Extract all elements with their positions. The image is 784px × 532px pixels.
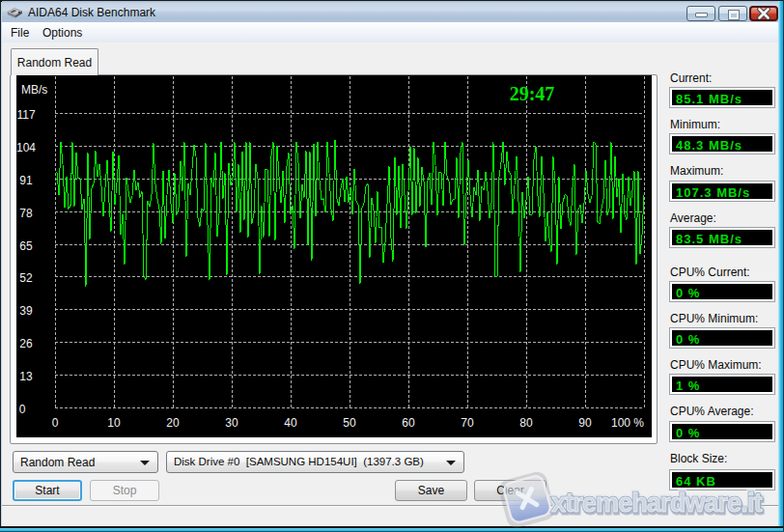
svg-text:30: 30 — [225, 416, 238, 430]
svg-text:0: 0 — [52, 416, 59, 430]
svg-text:20: 20 — [166, 416, 180, 430]
svg-text:39: 39 — [19, 304, 33, 318]
svg-text:100 %: 100 % — [611, 416, 644, 430]
svg-text:xtremehardware.it: xtremehardware.it — [551, 489, 763, 518]
svg-text:117: 117 — [16, 108, 35, 122]
svg-text:91: 91 — [19, 174, 33, 187]
svg-text:29:47: 29:47 — [510, 83, 555, 104]
svg-text:0: 0 — [19, 403, 26, 416]
svg-text:13: 13 — [19, 370, 33, 383]
svg-text:78: 78 — [19, 207, 33, 220]
svg-text:26: 26 — [19, 337, 33, 350]
svg-text:104: 104 — [16, 141, 36, 154]
svg-text:40: 40 — [284, 416, 297, 430]
svg-text:65: 65 — [19, 239, 33, 253]
svg-text:50: 50 — [343, 416, 356, 430]
svg-text:80: 80 — [519, 416, 533, 430]
svg-text:10: 10 — [107, 416, 121, 430]
svg-text:MB/s: MB/s — [21, 83, 47, 97]
svg-text:70: 70 — [461, 416, 474, 430]
svg-text:52: 52 — [19, 271, 33, 285]
svg-text:60: 60 — [402, 416, 415, 430]
svg-text:90: 90 — [578, 416, 592, 430]
